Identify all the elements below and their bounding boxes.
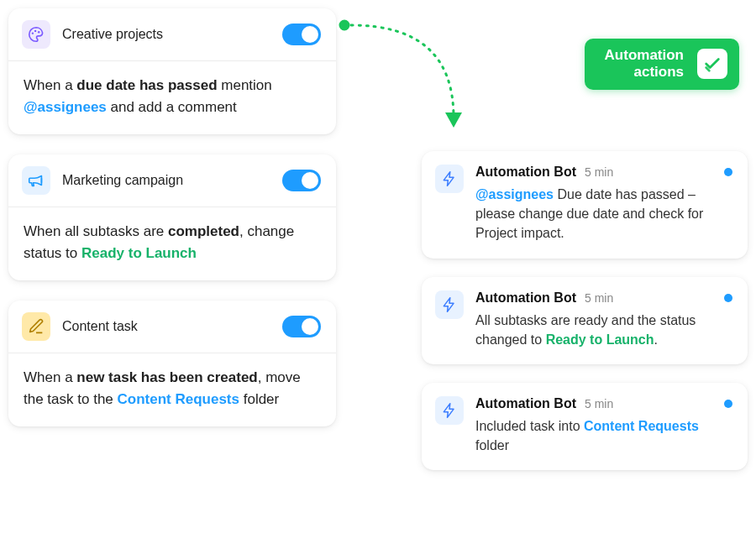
- bot-message-text: @assignees Due date has passed – please …: [475, 185, 732, 243]
- rule-title: Creative projects: [62, 27, 270, 42]
- rule-title: Marketing campaign: [62, 173, 270, 188]
- megaphone-icon: [22, 166, 50, 195]
- bot-name: Automation Bot: [475, 396, 576, 411]
- svg-point-1: [34, 30, 36, 32]
- unread-dot-icon: [724, 168, 732, 176]
- bot-message-text: All subtasks are ready and the status ch…: [475, 311, 732, 349]
- rules-list: Creative projects When a due date has pa…: [8, 8, 336, 426]
- rule-description: When a new task has been created, move t…: [8, 353, 336, 426]
- bot-content: Automation Bot 5 min All subtasks are re…: [475, 290, 732, 349]
- check-icon: [697, 49, 727, 79]
- bot-name: Automation Bot: [475, 165, 576, 180]
- rule-toggle[interactable]: [282, 24, 321, 45]
- rule-toggle[interactable]: [282, 316, 321, 337]
- arrow-connector: [336, 17, 470, 134]
- svg-point-3: [338, 18, 351, 32]
- rule-description: When all subtasks are completed, change …: [8, 207, 336, 280]
- rule-toggle[interactable]: [282, 170, 321, 191]
- unread-dot-icon: [724, 400, 732, 408]
- bolt-icon: [435, 290, 464, 319]
- rule-card: Creative projects When a due date has pa…: [8, 8, 336, 134]
- rule-card: Content task When a new task has been cr…: [8, 301, 336, 426]
- bot-message-card: Automation Bot 5 min Included task into …: [422, 383, 748, 470]
- bot-time: 5 min: [585, 397, 613, 410]
- rule-title: Content task: [62, 319, 270, 334]
- bot-message-text: Included task into Content Requests fold…: [475, 416, 732, 455]
- bot-message-card: Automation Bot 5 min All subtasks are re…: [422, 277, 748, 364]
- bot-content: Automation Bot 5 min @assignees Due date…: [475, 165, 732, 243]
- bot-messages-list: Automation Bot 5 min @assignees Due date…: [422, 151, 748, 470]
- bot-time: 5 min: [585, 165, 613, 179]
- bolt-icon: [435, 165, 464, 193]
- automation-actions-badge: Automation actions: [585, 39, 739, 90]
- badge-label: Automation actions: [605, 47, 684, 81]
- rule-header: Marketing campaign: [8, 154, 336, 207]
- bot-message-card: Automation Bot 5 min @assignees Due date…: [422, 151, 748, 259]
- edit-icon: [22, 312, 50, 341]
- unread-dot-icon: [724, 294, 732, 302]
- rule-header: Content task: [8, 301, 336, 353]
- svg-point-2: [38, 31, 39, 33]
- svg-point-0: [32, 32, 34, 34]
- bot-content: Automation Bot 5 min Included task into …: [475, 396, 732, 455]
- rule-header: Creative projects: [8, 8, 336, 61]
- bolt-icon: [435, 396, 464, 425]
- bot-time: 5 min: [585, 291, 613, 305]
- palette-icon: [22, 20, 50, 49]
- rule-description: When a due date has passed mention @assi…: [8, 61, 336, 134]
- bot-header: Automation Bot 5 min: [475, 290, 732, 306]
- bot-name: Automation Bot: [475, 290, 576, 306]
- rule-card: Marketing campaign When all subtasks are…: [8, 154, 336, 280]
- bot-header: Automation Bot 5 min: [475, 165, 732, 180]
- bot-header: Automation Bot 5 min: [475, 396, 732, 411]
